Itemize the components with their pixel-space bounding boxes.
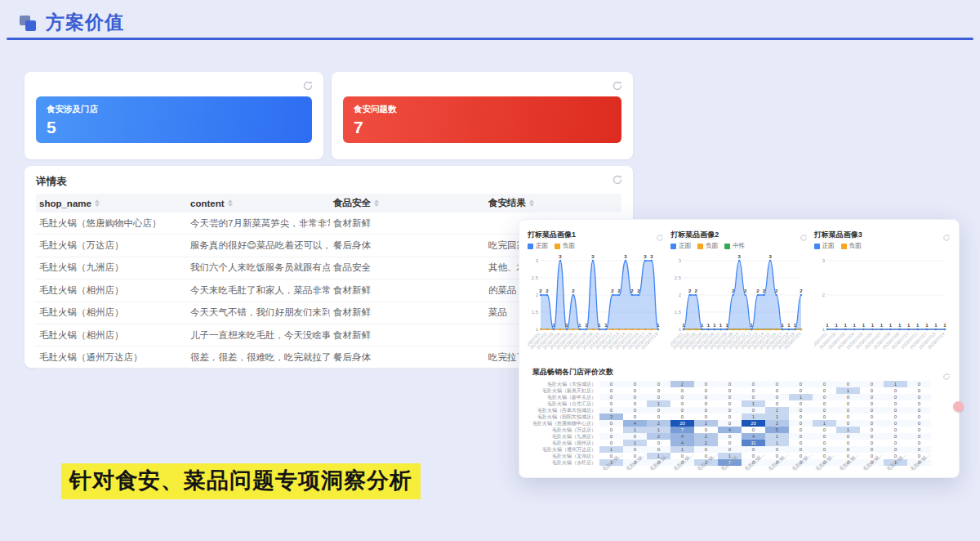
heatmap-cell[interactable]: 1 (789, 394, 813, 400)
heatmap-cell[interactable]: 0 (836, 400, 860, 407)
heatmap-cell[interactable]: 0 (860, 394, 884, 400)
heatmap-cell[interactable]: 0 (907, 433, 931, 440)
heatmap-cell[interactable]: 0 (789, 433, 813, 440)
sort-icon[interactable] (374, 199, 379, 207)
heatmap-cell[interactable]: 0 (670, 400, 694, 407)
heatmap-cell[interactable]: 1 (765, 407, 789, 414)
heatmap-cell[interactable]: 1 (813, 420, 836, 427)
heatmap-cell[interactable]: 0 (884, 387, 907, 394)
heatmap-cell[interactable]: 0 (694, 414, 718, 420)
heatmap-cell[interactable]: 0 (742, 407, 765, 414)
heatmap-cell[interactable]: 0 (647, 387, 670, 394)
heatmap-cell[interactable]: 0 (742, 387, 765, 394)
heatmap-cell[interactable]: 0 (647, 394, 670, 400)
heatmap-cell[interactable]: 0 (623, 433, 647, 440)
heatmap-cell[interactable]: 0 (860, 433, 884, 440)
heatmap-cell[interactable]: 0 (599, 420, 623, 427)
heatmap-cell[interactable]: 0 (694, 407, 718, 414)
heatmap-cell[interactable]: 1 (623, 440, 647, 446)
heatmap-cell[interactable]: 0 (599, 400, 623, 407)
refresh-icon[interactable] (656, 230, 664, 239)
heatmap-cell[interactable]: 0 (860, 400, 884, 407)
heatmap-cell[interactable]: 0 (765, 394, 789, 400)
heatmap-cell[interactable]: 0 (742, 427, 765, 433)
heatmap-cell[interactable]: 0 (623, 407, 647, 414)
heatmap-cell[interactable]: 0 (694, 381, 718, 387)
refresh-icon[interactable] (942, 369, 951, 378)
heatmap-cell[interactable]: 0 (860, 381, 884, 387)
heatmap-cell[interactable]: 0 (789, 440, 813, 446)
heatmap-cell[interactable]: 0 (718, 433, 742, 440)
heatmap-cell[interactable]: 1 (836, 427, 860, 433)
heatmap-cell[interactable]: 0 (884, 407, 907, 414)
heatmap-cell[interactable]: 0 (860, 420, 884, 427)
heatmap-cell[interactable]: 1 (647, 427, 670, 433)
heatmap-cell[interactable]: 1 (765, 433, 789, 440)
heatmap-cell[interactable]: 4 (670, 433, 694, 440)
heatmap-cell[interactable]: 0 (599, 427, 623, 433)
heatmap-cell[interactable]: 0 (789, 400, 813, 407)
heatmap-cell[interactable]: 0 (907, 440, 931, 446)
heatmap-cell[interactable]: 0 (694, 387, 718, 394)
refresh-icon[interactable] (800, 230, 808, 239)
heatmap-cell[interactable]: 0 (718, 440, 742, 446)
heatmap-cell[interactable]: 20 (742, 420, 765, 427)
heatmap-cell[interactable]: 0 (789, 427, 813, 433)
heatmap-cell[interactable]: 0 (623, 400, 647, 407)
legend-item[interactable]: 负面 (841, 242, 862, 250)
heatmap-cell[interactable]: 0 (599, 381, 623, 387)
refresh-icon[interactable] (942, 230, 951, 239)
heatmap-cell[interactable]: 0 (907, 427, 931, 433)
heatmap-cell[interactable]: 1 (742, 400, 765, 407)
heatmap-cell[interactable]: 0 (742, 394, 765, 400)
heatmap-cell[interactable]: 0 (789, 414, 813, 420)
heatmap-cell[interactable]: 0 (789, 381, 813, 387)
heatmap-cell[interactable]: 0 (813, 440, 836, 446)
heatmap-cell[interactable]: 0 (884, 394, 907, 400)
heatmap-cell[interactable]: 0 (599, 433, 623, 440)
heatmap-cell[interactable]: 0 (670, 394, 694, 400)
heatmap-cell[interactable]: 0 (813, 433, 836, 440)
heatmap-cell[interactable]: 0 (599, 394, 623, 400)
heatmap-cell[interactable]: 1 (765, 414, 789, 420)
heatmap-cell[interactable]: 4 (670, 440, 694, 446)
heatmap-cell[interactable]: 0 (884, 420, 907, 427)
heatmap-cell[interactable]: 1 (623, 427, 647, 433)
heatmap-cell[interactable]: 2 (670, 381, 694, 387)
heatmap-cell[interactable]: 0 (813, 381, 836, 387)
heatmap-cell[interactable]: 0 (836, 440, 860, 446)
heatmap-cell[interactable]: 0 (670, 414, 694, 420)
heatmap-cell[interactable]: 0 (718, 400, 742, 407)
legend-item[interactable]: 负面 (697, 242, 718, 250)
heatmap-cell[interactable]: 0 (860, 427, 884, 433)
heatmap-cell[interactable]: 0 (836, 394, 860, 400)
legend-item[interactable]: 正面 (670, 242, 691, 250)
heatmap-cell[interactable]: 0 (647, 381, 670, 387)
heatmap-cell[interactable]: 0 (718, 381, 742, 387)
heatmap-cell[interactable]: 7 (670, 427, 694, 433)
heatmap-cell[interactable]: 0 (907, 414, 931, 420)
heatmap-cell[interactable]: 2 (647, 420, 670, 427)
heatmap-cell[interactable]: 0 (623, 414, 647, 420)
heatmap-cell[interactable]: 0 (884, 433, 907, 440)
heatmap-cell[interactable]: 0 (884, 440, 907, 446)
legend-item[interactable]: 正面 (814, 242, 835, 250)
heatmap-cell[interactable]: 11 (742, 440, 765, 446)
heatmap-cell[interactable]: 0 (599, 440, 623, 446)
heatmap-cell[interactable]: 0 (836, 407, 860, 414)
heatmap-cell[interactable]: 0 (907, 387, 931, 394)
heatmap-cell[interactable]: 2 (694, 440, 718, 446)
sort-icon[interactable] (95, 199, 100, 207)
heatmap-cell[interactable]: 0 (860, 440, 884, 446)
heatmap-cell[interactable]: 0 (670, 387, 694, 394)
heatmap-cell[interactable]: 0 (765, 381, 789, 387)
heatmap-cell[interactable]: 0 (742, 381, 765, 387)
heatmap-cell[interactable]: 0 (718, 407, 742, 414)
heatmap-cell[interactable]: 0 (647, 414, 670, 420)
refresh-icon[interactable] (612, 174, 623, 186)
sort-icon[interactable] (228, 199, 233, 207)
heatmap-cell[interactable]: 0 (884, 427, 907, 433)
heatmap-cell[interactable]: 0 (884, 400, 907, 407)
heatmap-cell[interactable]: 4 (742, 433, 765, 440)
heatmap-cell[interactable]: 1 (765, 440, 789, 446)
